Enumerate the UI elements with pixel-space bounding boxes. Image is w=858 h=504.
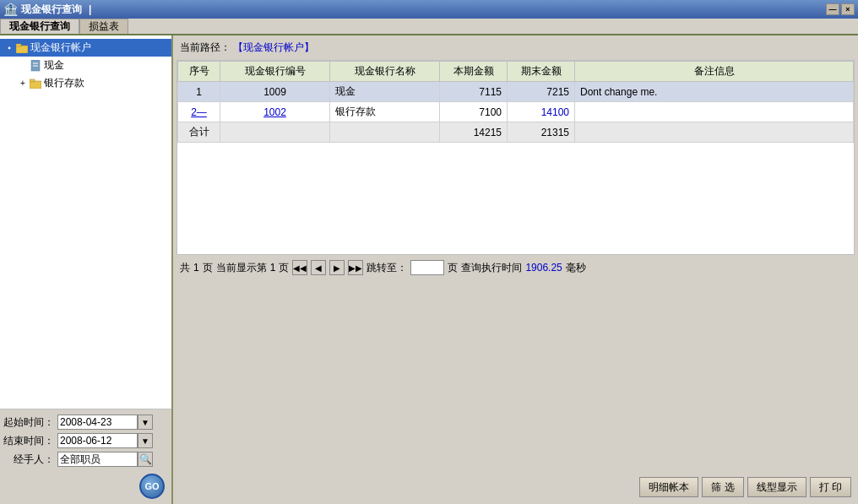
breadcrumb-link[interactable]: 【现金银行帐户】 [233, 41, 314, 53]
go-row: GO [3, 470, 168, 499]
cell-seq-2[interactable]: 2— [178, 102, 220, 122]
go-button[interactable]: GO [139, 474, 165, 499]
start-time-label: 起始时间： [3, 415, 54, 430]
cell-code-total [220, 122, 330, 143]
jump-input[interactable] [410, 260, 444, 275]
svg-rect-6 [30, 79, 35, 82]
spacer [176, 280, 855, 474]
total-pages-value: 1 [193, 262, 199, 274]
tree-item-cash[interactable]: ▪ 现金 [0, 57, 171, 74]
current-page-prefix: 当前显示第 [216, 261, 267, 275]
cell-name-total [330, 122, 440, 143]
app-icon: 🏦 [3, 3, 18, 16]
titlebar-left: 🏦 现金银行查询 | [3, 3, 95, 17]
left-panel: ▪ 现金银行帐户 ▪ [0, 35, 173, 504]
tree-item-bank[interactable]: + 银行存款 [0, 74, 171, 92]
titlebar-sep: | [89, 3, 91, 15]
tree-toggle-bank[interactable]: + [17, 78, 29, 89]
tab-profit-loss[interactable]: 损益表 [79, 19, 128, 34]
cash-icon [29, 60, 42, 72]
col-ending: 期末金额 [508, 62, 575, 82]
col-current: 本期金额 [440, 62, 508, 82]
filter-button[interactable]: 筛 选 [702, 477, 743, 497]
cell-ending-1: 7215 [508, 82, 575, 102]
cell-note-total [575, 122, 854, 143]
time-value: 1906.25 [525, 262, 562, 274]
total-pages-unit: 页 [203, 261, 213, 275]
tab-cash-bank[interactable]: 现金银行查询 [0, 19, 79, 34]
svg-rect-0 [16, 46, 28, 53]
end-time-label: 结束时间： [3, 434, 54, 448]
cell-current-total: 14215 [440, 122, 508, 143]
cell-seq-1: 1 [178, 82, 220, 102]
start-time-dropdown[interactable]: ▼ [138, 415, 153, 430]
cell-code-1: 1009 [220, 82, 330, 102]
line-display-button[interactable]: 线型显示 [747, 477, 806, 497]
data-table: 序号 现金银行编号 现金银行名称 本期金额 期末金额 备注信息 1 1009 现… [177, 61, 854, 143]
last-page-button[interactable]: ▶▶ [348, 260, 363, 275]
table-row-total: 合计 14215 21315 [178, 122, 854, 143]
time-unit: 毫秒 [566, 261, 586, 275]
main-layout: ▪ 现金银行帐户 ▪ [0, 35, 858, 504]
col-code: 现金银行编号 [220, 62, 330, 82]
pagination: 共 1 页 当前显示第 1 页 ◀◀ ◀ ▶ ▶▶ 跳转至： 页 查询执行时间 … [176, 255, 855, 280]
prev-page-button[interactable]: ◀ [311, 260, 326, 275]
tree-root-label: 现金银行帐户 [30, 41, 91, 55]
cell-note-2 [575, 102, 854, 122]
bank-folder-icon [29, 78, 42, 89]
handler-input[interactable] [57, 452, 138, 467]
titlebar-controls: — × [826, 3, 855, 15]
root-icon [15, 42, 29, 54]
table-row[interactable]: 1 1009 现金 7115 7215 Dont change me. [178, 82, 854, 102]
cell-seq-total: 合计 [178, 122, 220, 143]
next-page-button[interactable]: ▶ [329, 260, 345, 275]
table-row[interactable]: 2— 1002 银行存款 7100 14100 [178, 102, 854, 122]
handler-search-button[interactable]: 🔍 [138, 452, 153, 467]
jump-unit: 页 [448, 261, 458, 275]
end-time-row: 结束时间： ▼ [3, 433, 168, 448]
tree-toggle-root[interactable]: ▪ [3, 42, 15, 54]
time-label: 查询执行时间 [461, 261, 522, 275]
start-time-input[interactable] [57, 415, 138, 430]
end-time-dropdown[interactable]: ▼ [138, 433, 153, 448]
cell-note-1: Dont change me. [575, 82, 854, 102]
cell-ending-total: 21315 [508, 122, 575, 143]
svg-rect-5 [30, 81, 41, 89]
start-time-row: 起始时间： ▼ [3, 415, 168, 430]
close-button[interactable]: × [841, 3, 855, 15]
col-note: 备注信息 [575, 62, 854, 82]
filter-area: 起始时间： ▼ 结束时间： ▼ 经手人： 🔍 GO [0, 409, 171, 504]
print-button[interactable]: 打 印 [810, 477, 851, 497]
table-header-row: 序号 现金银行编号 现金银行名称 本期金额 期末金额 备注信息 [178, 62, 854, 82]
handler-row: 经手人： 🔍 [3, 452, 168, 467]
window-title: 现金银行查询 [21, 3, 82, 17]
right-panel: 当前路径： 【现金银行帐户】 序号 现金银行编号 现金银行名称 本期金额 期末金… [173, 35, 858, 504]
bottom-bar: 明细帐本 筛 选 线型显示 打 印 [176, 474, 855, 501]
detail-button[interactable]: 明细帐本 [639, 477, 698, 497]
cell-current-2: 7100 [440, 102, 508, 122]
tree-area: ▪ 现金银行帐户 ▪ [0, 35, 171, 409]
cell-current-1: 7115 [440, 82, 508, 102]
cell-ending-2: 14100 [508, 102, 575, 122]
first-page-button[interactable]: ◀◀ [292, 260, 307, 275]
col-seq: 序号 [178, 62, 220, 82]
col-name: 现金银行名称 [330, 62, 440, 82]
handler-label: 经手人： [3, 453, 54, 467]
cell-name-2: 银行存款 [330, 102, 440, 122]
current-page-unit: 页 [279, 261, 289, 275]
jump-label: 跳转至： [367, 261, 407, 275]
titlebar: 🏦 现金银行查询 | — × [0, 0, 858, 19]
tree-item-bank-label: 银行存款 [44, 76, 84, 90]
tree-item-cash-label: 现金 [44, 58, 64, 73]
tree-root[interactable]: ▪ 现金银行帐户 [0, 39, 171, 57]
cell-name-1: 现金 [330, 82, 440, 102]
cell-code-2[interactable]: 1002 [220, 102, 330, 122]
svg-rect-1 [16, 44, 21, 46]
breadcrumb: 当前路径： 【现金银行帐户】 [176, 39, 855, 57]
minimize-button[interactable]: — [826, 3, 839, 15]
total-pages-prefix: 共 [180, 261, 190, 275]
current-page-value: 1 [270, 262, 276, 274]
tabbar: 现金银行查询 损益表 [0, 19, 858, 35]
end-time-input[interactable] [57, 433, 138, 448]
data-table-container: 序号 现金银行编号 现金银行名称 本期金额 期末金额 备注信息 1 1009 现… [176, 60, 855, 255]
